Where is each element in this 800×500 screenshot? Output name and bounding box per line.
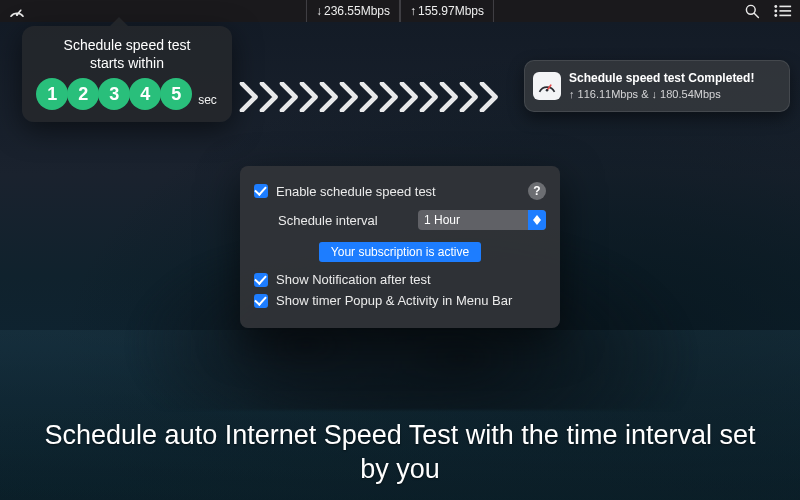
download-arrow-icon: ↓ [316, 4, 322, 18]
show-timer-checkbox[interactable] [254, 294, 268, 308]
popup-line-2: starts within [90, 55, 164, 71]
interval-value: 1 Hour [424, 213, 460, 227]
countdown-popup: Schedule speed test starts within 1 2 3 … [22, 26, 232, 122]
chevron-right-icon [478, 82, 504, 112]
notification-title: Schedule speed test Completed! [569, 70, 754, 86]
seconds-label: sec [198, 93, 217, 110]
notification-subtitle: ↑ 116.11Mbps & ↓ 180.54Mbps [569, 86, 754, 102]
search-icon[interactable] [744, 3, 760, 19]
notification-banner[interactable]: Schedule speed test Completed! ↑ 116.11M… [524, 60, 790, 112]
show-notification-checkbox[interactable] [254, 273, 268, 287]
svg-rect-5 [779, 6, 791, 8]
enable-schedule-row: Enable schedule speed test ? [254, 182, 546, 200]
chevron-flow [238, 82, 522, 112]
enable-schedule-label: Enable schedule speed test [276, 184, 436, 199]
marketing-caption: Schedule auto Internet Speed Test with t… [0, 418, 800, 486]
enable-schedule-checkbox[interactable] [254, 184, 268, 198]
countdown-digit: 4 [129, 78, 161, 110]
select-stepper-icon [528, 210, 546, 230]
svg-point-8 [774, 14, 777, 17]
svg-line-3 [754, 13, 758, 17]
help-button[interactable]: ? [528, 182, 546, 200]
svg-point-2 [746, 5, 755, 14]
speedometer-icon[interactable] [8, 4, 26, 18]
svg-point-4 [774, 5, 777, 8]
list-icon[interactable] [774, 4, 792, 18]
countdown-digit: 1 [36, 78, 68, 110]
show-notification-label: Show Notification after test [276, 272, 431, 287]
countdown-digit: 3 [98, 78, 130, 110]
notification-app-icon [533, 72, 561, 100]
upload-arrow-icon: ↑ [410, 4, 416, 18]
countdown-digits: 1 2 3 4 5 sec [34, 78, 220, 110]
show-notification-row: Show Notification after test [254, 272, 546, 287]
interval-select[interactable]: 1 Hour [418, 210, 546, 230]
countdown-digit: 5 [160, 78, 192, 110]
download-speed-value: 236.55Mbps [324, 4, 390, 18]
subscription-status: Your subscription is active [319, 242, 481, 262]
interval-label: Schedule interval [278, 213, 378, 228]
svg-rect-9 [779, 15, 791, 17]
download-speed-indicator[interactable]: ↓ 236.55Mbps [306, 0, 400, 22]
popup-line-1: Schedule speed test [64, 37, 191, 53]
settings-panel: Enable schedule speed test ? Schedule in… [240, 166, 560, 328]
countdown-digit: 2 [67, 78, 99, 110]
show-timer-row: Show timer Popup & Activity in Menu Bar [254, 293, 546, 308]
upload-speed-indicator[interactable]: ↑ 155.97Mbps [400, 0, 494, 22]
svg-rect-7 [779, 10, 791, 12]
svg-point-11 [546, 89, 549, 92]
svg-point-1 [16, 14, 18, 16]
interval-row: Schedule interval 1 Hour [254, 210, 546, 230]
svg-point-6 [774, 10, 777, 13]
show-timer-label: Show timer Popup & Activity in Menu Bar [276, 293, 512, 308]
upload-speed-value: 155.97Mbps [418, 4, 484, 18]
